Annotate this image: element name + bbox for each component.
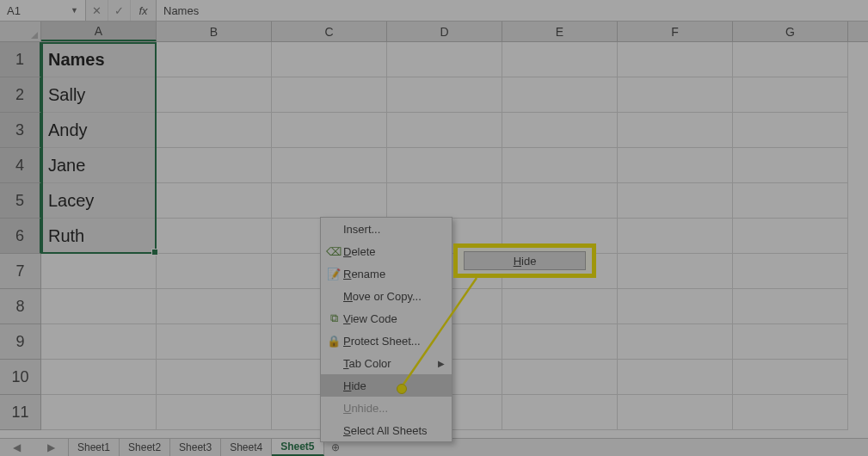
column-header-D[interactable]: D — [387, 22, 502, 41]
sheet-tab[interactable]: Sheet2 — [120, 439, 170, 456]
cell[interactable] — [157, 183, 272, 219]
cell[interactable]: Andy — [41, 113, 157, 148]
sheet-tab[interactable]: Sheet5 — [272, 439, 323, 456]
column-header-G[interactable]: G — [733, 22, 848, 41]
cell[interactable] — [618, 360, 733, 395]
cell[interactable] — [41, 360, 157, 395]
cell[interactable] — [157, 254, 272, 289]
cell[interactable] — [41, 395, 157, 430]
row-header[interactable]: 11 — [0, 395, 41, 430]
cell[interactable] — [502, 183, 618, 219]
cell[interactable]: Ruth — [41, 219, 157, 254]
row-header[interactable]: 8 — [0, 289, 41, 324]
sheet-tab[interactable]: Sheet4 — [221, 439, 272, 456]
row-header[interactable]: 9 — [0, 324, 41, 360]
cell[interactable]: Sally — [41, 77, 157, 113]
cell[interactable] — [272, 77, 387, 113]
cell[interactable] — [618, 42, 733, 77]
column-header-C[interactable]: C — [272, 22, 387, 41]
sheet-nav-prev-icon[interactable]: ◀ — [0, 439, 34, 456]
formula-input[interactable]: Names — [157, 0, 868, 21]
menu-move-copy[interactable]: Move or Copy... — [321, 285, 452, 307]
cell[interactable] — [272, 42, 387, 77]
menu-rename[interactable]: 📝 Rename — [321, 262, 452, 285]
cell[interactable] — [618, 254, 733, 289]
fx-icon[interactable]: fx — [131, 0, 157, 21]
cell[interactable] — [157, 395, 272, 430]
cell[interactable] — [502, 42, 618, 77]
cell[interactable] — [733, 113, 848, 148]
cell[interactable] — [733, 254, 848, 289]
cell[interactable] — [387, 77, 502, 113]
cell[interactable] — [733, 324, 848, 360]
cell[interactable] — [502, 324, 618, 360]
sheet-tab[interactable]: Sheet3 — [170, 439, 221, 456]
cell[interactable] — [387, 183, 502, 219]
row-header[interactable]: 2 — [0, 77, 41, 113]
cell[interactable] — [618, 77, 733, 113]
cell[interactable] — [502, 77, 618, 113]
row-header[interactable]: 6 — [0, 219, 41, 254]
name-box-dropdown-icon[interactable]: ▼ — [71, 6, 78, 15]
cell[interactable] — [502, 113, 618, 148]
menu-protect-sheet[interactable]: 🔒 Protect Sheet... — [321, 330, 452, 352]
cell[interactable] — [618, 183, 733, 219]
cell[interactable] — [618, 148, 733, 183]
cell[interactable] — [157, 324, 272, 360]
menu-view-code[interactable]: ⧉ View Code — [321, 307, 452, 330]
column-header-A[interactable]: A — [41, 22, 157, 41]
sheet-nav-next-icon[interactable]: ▶ — [34, 439, 69, 456]
cell[interactable]: Lacey — [41, 183, 157, 219]
row-header[interactable]: 7 — [0, 254, 41, 289]
name-box[interactable]: A1 ▼ — [0, 0, 86, 21]
cell[interactable] — [733, 360, 848, 395]
column-header-E[interactable]: E — [502, 22, 618, 41]
cell[interactable]: Jane — [41, 148, 157, 183]
cell[interactable] — [387, 113, 502, 148]
cell[interactable] — [41, 324, 157, 360]
menu-hide[interactable]: Hide — [321, 374, 452, 397]
cell[interactable] — [272, 183, 387, 219]
cell[interactable] — [157, 77, 272, 113]
cell[interactable] — [618, 289, 733, 324]
cell[interactable] — [502, 395, 618, 430]
cell[interactable] — [618, 395, 733, 430]
cell[interactable] — [157, 113, 272, 148]
column-header-F[interactable]: F — [618, 22, 733, 41]
cell[interactable] — [618, 324, 733, 360]
cell[interactable] — [157, 360, 272, 395]
cell[interactable] — [387, 148, 502, 183]
row-header[interactable]: 5 — [0, 183, 41, 219]
cell[interactable] — [157, 289, 272, 324]
cell[interactable] — [502, 360, 618, 395]
cell[interactable] — [733, 219, 848, 254]
cell[interactable] — [157, 219, 272, 254]
cell[interactable] — [272, 113, 387, 148]
menu-select-all-sheets[interactable]: Select All Sheets — [321, 419, 452, 441]
cell[interactable] — [272, 148, 387, 183]
row-header[interactable]: 3 — [0, 113, 41, 148]
row-header[interactable]: 1 — [0, 42, 41, 77]
sheet-nav-arrows[interactable]: ◀ ▶ — [0, 439, 69, 456]
cell[interactable]: Names — [41, 42, 157, 77]
cell[interactable] — [733, 148, 848, 183]
column-header-B[interactable]: B — [157, 22, 272, 41]
cell[interactable] — [41, 254, 157, 289]
cell[interactable] — [618, 113, 733, 148]
cell[interactable] — [502, 289, 618, 324]
cell[interactable] — [157, 148, 272, 183]
select-all-corner[interactable] — [0, 22, 41, 41]
cell[interactable] — [387, 42, 502, 77]
cancel-formula-button[interactable]: ✕ — [86, 0, 108, 21]
cell[interactable] — [733, 42, 848, 77]
cell[interactable] — [733, 289, 848, 324]
sheet-tab[interactable]: Sheet1 — [69, 439, 120, 456]
cell[interactable] — [157, 42, 272, 77]
cell[interactable] — [733, 77, 848, 113]
row-header[interactable]: 10 — [0, 360, 41, 395]
cell[interactable] — [733, 395, 848, 430]
cell[interactable] — [502, 148, 618, 183]
row-header[interactable]: 4 — [0, 148, 41, 183]
cell[interactable] — [618, 219, 733, 254]
accept-formula-button[interactable]: ✓ — [108, 0, 131, 21]
